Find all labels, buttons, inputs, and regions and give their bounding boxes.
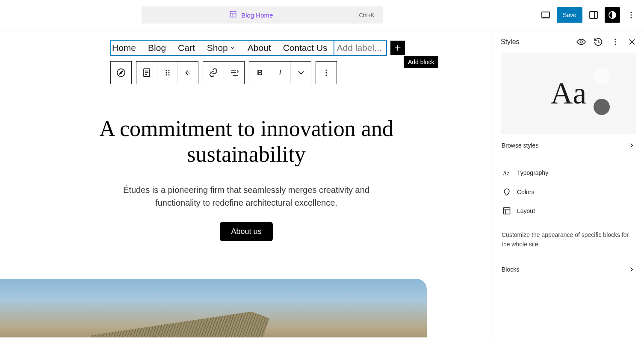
style-preview[interactable]: Aa [501, 53, 636, 134]
hero-section: A commitment to innovation and sustainab… [0, 116, 493, 241]
svg-rect-3 [542, 12, 549, 17]
svg-rect-5 [590, 12, 597, 18]
nav-item-about[interactable]: About [242, 43, 277, 53]
hero-image[interactable] [0, 279, 427, 337]
template-selector[interactable]: Blog Home Ctrl+K [142, 6, 383, 24]
typography-icon: Aa [502, 168, 512, 177]
submenu-button[interactable] [224, 62, 244, 84]
drag-handle-button[interactable] [157, 62, 177, 84]
chevron-right-icon [628, 266, 635, 273]
nav-item-cart[interactable]: Cart [172, 43, 201, 53]
view-button[interactable] [538, 7, 553, 23]
hero-heading[interactable]: A commitment to innovation and sustainab… [92, 116, 400, 167]
svg-rect-38 [504, 208, 510, 214]
link-icon [208, 68, 219, 78]
svg-text:I: I [278, 68, 282, 77]
template-name: Blog Home [241, 12, 273, 19]
svg-point-34 [615, 44, 616, 45]
svg-point-21 [168, 70, 169, 71]
svg-point-24 [165, 74, 167, 76]
block-view-button[interactable] [136, 62, 157, 84]
save-button[interactable]: Save [557, 7, 582, 23]
svg-point-33 [615, 41, 616, 43]
block-options-button[interactable] [316, 62, 337, 84]
about-us-button[interactable]: About us [220, 222, 272, 241]
chevrons-icon [183, 68, 193, 78]
svg-text:Aa: Aa [503, 170, 510, 177]
page-icon [142, 68, 152, 78]
customize-help-text: Customize the appearance of specific blo… [493, 228, 644, 250]
svg-rect-0 [230, 11, 236, 17]
style-book-button[interactable] [576, 37, 586, 47]
typography-row[interactable]: Aa Typography [493, 163, 644, 183]
svg-point-30 [325, 74, 327, 76]
sidebar-more-button[interactable] [611, 37, 620, 47]
styles-sidebar: Styles Aa Browse style [493, 30, 644, 340]
svg-marker-15 [119, 71, 123, 74]
bold-icon: B [254, 68, 265, 78]
svg-point-10 [630, 17, 632, 18]
more-vertical-icon [321, 68, 331, 78]
revisions-button[interactable] [594, 37, 603, 47]
drag-icon [162, 68, 173, 78]
svg-point-23 [168, 72, 169, 74]
svg-point-32 [615, 39, 616, 40]
compass-icon [116, 68, 126, 78]
browse-styles-row[interactable]: Browse styles [493, 134, 644, 157]
svg-point-8 [630, 12, 632, 13]
blocks-row[interactable]: Blocks [493, 258, 644, 281]
nav-item-home[interactable]: Home [111, 43, 142, 53]
sidebar-title: Styles [501, 38, 520, 46]
add-block-tooltip: Add block [404, 56, 438, 68]
svg-text:B: B [257, 68, 263, 77]
italic-icon: I [275, 68, 286, 78]
navigation-block[interactable]: Home Blog Cart Shop About Contact Us Add… [110, 40, 493, 56]
svg-point-29 [325, 72, 327, 73]
svg-point-22 [165, 72, 167, 74]
chevron-right-icon [628, 142, 635, 149]
chevron-down-icon [296, 68, 306, 78]
add-block-button[interactable] [390, 41, 405, 55]
layout-icon [502, 207, 512, 215]
keyboard-shortcut: Ctrl+K [359, 12, 378, 18]
settings-sidebar-toggle[interactable] [586, 7, 601, 23]
layout-icon [229, 10, 237, 20]
layout-row[interactable]: Layout [493, 201, 644, 220]
styles-sidebar-toggle[interactable] [605, 7, 620, 23]
colors-icon [502, 188, 512, 196]
colors-row[interactable]: Colors [493, 183, 644, 201]
nav-item-shop[interactable]: Shop [201, 43, 242, 53]
move-block-button[interactable] [177, 62, 198, 84]
svg-point-9 [630, 14, 632, 15]
more-format-button[interactable] [290, 62, 311, 84]
editor-canvas[interactable]: Home Blog Cart Shop About Contact Us Add… [0, 30, 493, 340]
svg-point-20 [165, 70, 167, 71]
color-swatch-dark [594, 99, 610, 115]
bold-button[interactable]: B [249, 62, 270, 84]
more-options-button[interactable] [623, 7, 639, 23]
svg-point-31 [580, 41, 582, 43]
svg-point-28 [325, 69, 327, 71]
svg-point-25 [168, 74, 169, 76]
nav-item-blog[interactable]: Blog [142, 43, 172, 53]
nav-item-contact[interactable]: Contact Us [277, 43, 334, 53]
color-swatch-light [594, 68, 610, 84]
link-button[interactable] [203, 62, 224, 84]
add-label-input[interactable]: Add label... [334, 40, 387, 56]
submenu-icon [229, 68, 239, 78]
hero-paragraph[interactable]: Études is a pioneering firm that seamles… [105, 183, 387, 209]
block-type-button[interactable] [111, 62, 131, 84]
chevron-down-icon [230, 45, 236, 51]
close-sidebar-button[interactable] [628, 38, 636, 46]
italic-button[interactable]: I [270, 62, 290, 84]
top-bar: Blog Home Ctrl+K Save [0, 0, 644, 30]
